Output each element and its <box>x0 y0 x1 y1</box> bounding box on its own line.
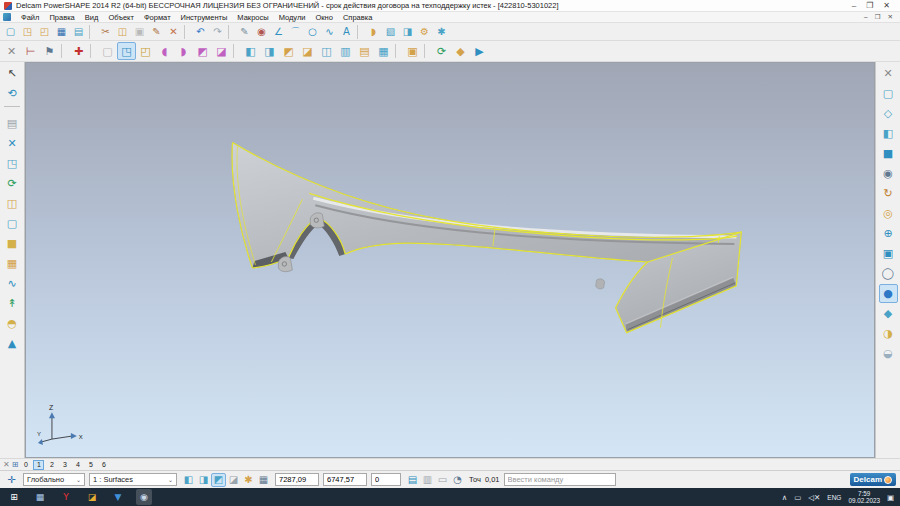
open-library-icon[interactable]: ◰ <box>36 24 53 39</box>
new-model-icon[interactable]: ▢ <box>2 24 19 39</box>
section-view-icon[interactable]: ◆ <box>879 304 898 323</box>
command-input[interactable] <box>504 473 616 486</box>
solid-cube-icon[interactable]: ■ <box>3 234 22 253</box>
rotate-view-icon[interactable]: ↻ <box>879 184 898 203</box>
wireframe-view-icon[interactable]: ◯ <box>879 264 898 283</box>
tray-display-icon[interactable]: ▭ <box>794 493 801 502</box>
emboss-icon[interactable]: ↟ <box>3 294 22 313</box>
clip-gray-icon[interactable]: ◪ <box>226 473 241 487</box>
view-iso1-icon[interactable]: ▢ <box>879 84 898 103</box>
position-panel-icon[interactable]: ▤ <box>405 473 420 487</box>
view-iso3-icon[interactable]: ◧ <box>879 124 898 143</box>
wireframe-cube-icon[interactable]: ▢ <box>3 214 22 233</box>
clip-single-icon[interactable]: ◧ <box>181 473 196 487</box>
levels-close-icon[interactable]: ✕ <box>3 460 10 469</box>
menu-item[interactable]: Вид <box>80 13 104 22</box>
panel-close-icon[interactable]: ✕ <box>879 64 898 83</box>
tray-expand-icon[interactable]: ∧ <box>782 493 788 502</box>
workplane-select[interactable]: Глобально ⌄ <box>23 473 85 486</box>
surface-close-icon[interactable]: ▥ <box>336 42 355 60</box>
wedge-left-icon[interactable]: ◖ <box>155 42 174 60</box>
dome-icon[interactable]: ◓ <box>3 314 22 333</box>
unwrap-icon[interactable]: ✕ <box>3 134 22 153</box>
taskbar-app-cad[interactable]: ▼ <box>110 489 126 505</box>
tray-volume-muted-icon[interactable]: ◁✕ <box>808 493 820 502</box>
child-minimize-button[interactable]: – <box>864 13 868 21</box>
ghost-surface-icon[interactable]: ▢ <box>98 42 117 60</box>
child-restore-button[interactable]: ❐ <box>875 13 881 21</box>
surface-fillet-icon[interactable]: ◫ <box>317 42 336 60</box>
protractor-icon[interactable]: ◔ <box>450 473 465 487</box>
menu-item[interactable]: Справка <box>338 13 377 22</box>
surface-split-icon[interactable]: ◪ <box>298 42 317 60</box>
wedge-right-icon[interactable]: ◗ <box>174 42 193 60</box>
clip-multi-icon[interactable]: ◨ <box>196 473 211 487</box>
revolve-icon[interactable]: ⟳ <box>3 174 22 193</box>
clip-active-icon[interactable]: ◩ <box>211 473 226 487</box>
flag-icon[interactable]: ⚑ <box>40 42 59 60</box>
model-canvas[interactable]: Z X Y <box>26 63 874 457</box>
keyboard-icon[interactable]: ▭ <box>435 473 450 487</box>
calculator-icon[interactable]: ▥ <box>420 473 435 487</box>
select-inside-icon[interactable]: ◰ <box>136 42 155 60</box>
menu-item[interactable]: Формат <box>139 13 176 22</box>
tray-language[interactable]: ENG <box>827 494 841 501</box>
curve-icon[interactable]: ∿ <box>321 24 338 39</box>
wizard-icon[interactable]: ✱ <box>433 24 450 39</box>
array-icon[interactable]: ▦ <box>3 254 22 273</box>
surface-open-icon[interactable]: ▤ <box>355 42 374 60</box>
circle-icon[interactable]: ○ <box>304 24 321 39</box>
level-5[interactable]: 5 <box>85 460 96 470</box>
text-icon[interactable]: A <box>338 24 355 39</box>
coordinate-x-field[interactable] <box>275 473 319 486</box>
view-camera-icon[interactable]: ◉ <box>879 164 898 183</box>
two-surfaces-icon[interactable]: ◫ <box>3 194 22 213</box>
surface-trim-icon[interactable]: ◩ <box>279 42 298 60</box>
solid-join-icon[interactable]: ▣ <box>403 42 422 60</box>
select-cursor-icon[interactable]: ↖ <box>3 64 22 83</box>
surface-stitch-icon[interactable]: ▦ <box>374 42 393 60</box>
solid-boolean-icon[interactable]: ⟳ <box>432 42 451 60</box>
menu-item[interactable]: Модули <box>274 13 311 22</box>
feature-icon[interactable]: ◨ <box>399 24 416 39</box>
line-icon[interactable]: ∠ <box>270 24 287 39</box>
taskbar-app-yandex[interactable]: Y <box>58 489 74 505</box>
undo-icon[interactable]: ↶ <box>192 24 209 39</box>
grid-icon[interactable]: ▦ <box>256 473 271 487</box>
render-view-icon[interactable]: ◑ <box>879 324 898 343</box>
viewport-3d[interactable]: Z X Y <box>25 62 875 458</box>
menu-item[interactable]: Правка <box>44 13 79 22</box>
minimize-button[interactable]: – <box>852 1 856 11</box>
level-6[interactable]: 6 <box>98 460 109 470</box>
save-model-icon[interactable]: ▦ <box>53 24 70 39</box>
surface-extend-icon[interactable]: ◨ <box>260 42 279 60</box>
print-icon[interactable]: ▤ <box>70 24 87 39</box>
view-shaded-cube-icon[interactable]: ■ <box>879 144 898 163</box>
shaded-view-icon[interactable]: ● <box>879 284 898 303</box>
menu-item[interactable]: Файл <box>16 13 44 22</box>
levels-icon[interactable]: ⊞ <box>12 460 19 469</box>
model-tree-icon[interactable]: ⊢ <box>21 42 40 60</box>
level-0[interactable]: 0 <box>20 460 31 470</box>
trim-region-alt-icon[interactable]: ◪ <box>212 42 231 60</box>
start-button[interactable]: ⊞ <box>6 489 22 505</box>
workplane-icon[interactable]: ◉ <box>253 24 270 39</box>
maximize-button[interactable]: ❐ <box>866 1 873 11</box>
dynamic-rotate-icon[interactable]: ⟲ <box>3 84 22 103</box>
cone-icon[interactable]: ▲ <box>3 334 22 353</box>
erase-icon[interactable]: ✕ <box>165 24 182 39</box>
level-1[interactable]: 1 <box>33 460 44 470</box>
format-brush-icon[interactable]: ✎ <box>148 24 165 39</box>
trim-region-icon[interactable]: ◩ <box>193 42 212 60</box>
spline-icon[interactable]: ∿ <box>3 274 22 293</box>
taskbar-app-powershape[interactable]: ◉ <box>136 489 152 505</box>
tray-clock[interactable]: 7:59 09.02.2023 <box>848 490 880 504</box>
level-4[interactable]: 4 <box>72 460 83 470</box>
surface-offset-icon[interactable]: ◧ <box>241 42 260 60</box>
menu-item[interactable]: Инструменты <box>176 13 233 22</box>
sketch-icon[interactable]: ✎ <box>236 24 253 39</box>
morph-surface-icon[interactable]: ◳ <box>3 154 22 173</box>
surface-list-icon[interactable]: ▤ <box>3 114 22 133</box>
assembly-icon[interactable]: ⚙ <box>416 24 433 39</box>
coordinate-z-field[interactable] <box>371 473 401 486</box>
